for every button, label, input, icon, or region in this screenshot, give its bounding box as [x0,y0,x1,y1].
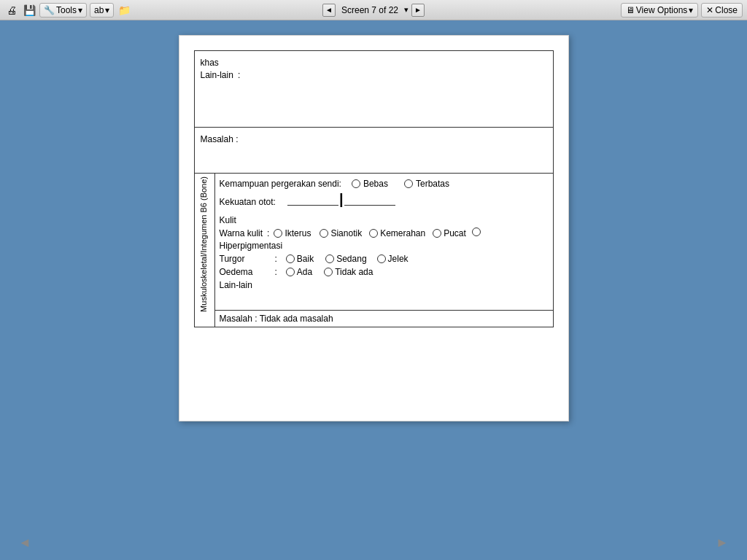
view-options-icon: 🖥 [626,5,635,15]
pucat-radio[interactable] [433,229,441,238]
musculo-table: Muskuloskeletal/Integumen B6 (Bone) Kema… [194,173,554,327]
kemampuan-row: Kemampuan pergerakan sendi: Bebas Terbat… [220,179,549,189]
folder-icon[interactable]: 📁 [117,3,131,18]
oedema-row: Oedema : Ada Tidak ada [220,267,549,277]
musculo-content-cell: Kemampuan pergerakan sendi: Bebas Terbat… [214,174,553,311]
sedang-label: Sedang [336,254,366,264]
view-options-button[interactable]: 🖥 View Options ▾ [621,3,698,18]
turgor-row: Turgor : Baik Sedang [220,254,549,264]
bebas-radio[interactable] [352,179,360,188]
tools-icon: 🔧 [44,5,55,15]
masalah-top-row: Masalah : [201,134,547,144]
lain-lain-musculo-label: Lain-lain [220,280,252,290]
next-screen-button[interactable]: ► [411,4,425,17]
section-label: Muskuloskeletal/Integumen B6 (Bone) [199,176,208,312]
terbatas-label: Terbatas [416,179,449,189]
hiperpigmentasi-row: Hiperpigmentasi [220,241,549,251]
kulit-title: Kulit [220,215,549,225]
close-button[interactable]: ✕ Close [701,3,743,18]
masalah-bottom-cell: Masalah : Tidak ada masalah [214,311,553,327]
kemerahan-label: Kemerahan [380,228,425,238]
warna-colon: : [267,228,269,238]
turgor-label: Turgor [220,254,271,264]
pucat-label: Pucat [444,228,466,238]
screen-dropdown[interactable]: ▾ [404,5,409,15]
masalah-bottom-label: Masalah : Tidak ada masalah [220,314,333,324]
hiperpigmentasi-label: Hiperpigmentasi [220,241,283,251]
jelek-label: Jelek [388,254,409,264]
top-section-table: khas Lain-lain : Masalah : [194,50,554,174]
kemampuan-label: Kemampuan pergerakan sendi: [220,179,341,189]
baik-label: Baik [297,254,314,264]
khas-label: khas [201,58,219,68]
close-label: Close [715,5,738,15]
tidak-ada-label: Tidak ada [335,267,373,277]
ada-radio[interactable] [286,268,295,276]
kulit-section: Kulit Warna kulit : Ikterus Sianot [220,215,549,290]
jelek-radio[interactable] [377,254,386,263]
warna-kulit-label: Warna kulit [220,228,263,238]
lain-lain-label: Lain-lain [201,70,233,80]
baik-radio[interactable] [286,254,295,263]
tools-arrow: ▾ [78,5,82,15]
tools-button[interactable]: 🔧 Tools ▾ [39,3,87,18]
kekuatan-row: Kekuatan otot: | [220,195,549,209]
ikterus-label: Ikterus [285,228,311,238]
nav-right-button[interactable]: ► [712,532,732,553]
sianotik-label: Sianotik [330,228,362,238]
turgor-colon: : [275,254,277,264]
bebas-label: Bebas [363,179,388,189]
ikterus-radio[interactable] [274,229,282,238]
khas-row: khas [201,58,547,68]
print-icon[interactable]: 🖨 [4,3,19,18]
warna-kulit-row: Warna kulit : Ikterus Sianotik [220,228,549,238]
toolbar-left: 🖨 💾 🔧 Tools ▾ ab ▾ 📁 [4,3,131,18]
nav-left-button[interactable]: ◄ [15,532,35,553]
save-icon[interactable]: 💾 [22,3,36,18]
masalah-top-label: Masalah : [201,134,239,144]
kekuatan-label: Kekuatan otot: [220,197,276,207]
sedang-radio[interactable] [325,254,334,263]
ada-label: Ada [297,267,312,277]
view-options-arrow: ▾ [689,5,693,15]
ab-button[interactable]: ab ▾ [90,3,114,18]
oedema-label: Oedema [220,267,271,277]
terbatas-radio[interactable] [404,179,413,188]
ab-label: ab [94,5,104,15]
ab-arrow: ▾ [105,5,109,15]
sianotik-radio[interactable] [320,229,328,238]
close-x: ✕ [706,5,713,15]
lain-lain-colon: : [238,70,240,80]
toolbar: 🖨 💾 🔧 Tools ▾ ab ▾ 📁 ◄ Screen 7 of 22 ▾ … [0,0,747,20]
kemerahan-radio[interactable] [369,229,378,238]
document-page: khas Lain-lain : Masalah : [179,35,569,421]
tools-label: Tools [56,5,77,15]
toolbar-right: 🖥 View Options ▾ ✕ Close [621,3,743,18]
extra-radio[interactable] [472,228,481,236]
screen-nav: ◄ Screen 7 of 22 ▾ ► [322,4,425,17]
lain-lain-musculo-row: Lain-lain [220,280,549,290]
prev-screen-button[interactable]: ◄ [322,4,336,17]
screen-label: Screen 7 of 22 [338,5,401,15]
background-area: khas Lain-lain : Masalah : [0,20,747,560]
view-options-label: View Options [636,5,687,15]
tidak-ada-radio[interactable] [324,268,333,276]
lain-lain-row: Lain-lain : [201,70,547,80]
oedema-colon: : [275,267,277,277]
